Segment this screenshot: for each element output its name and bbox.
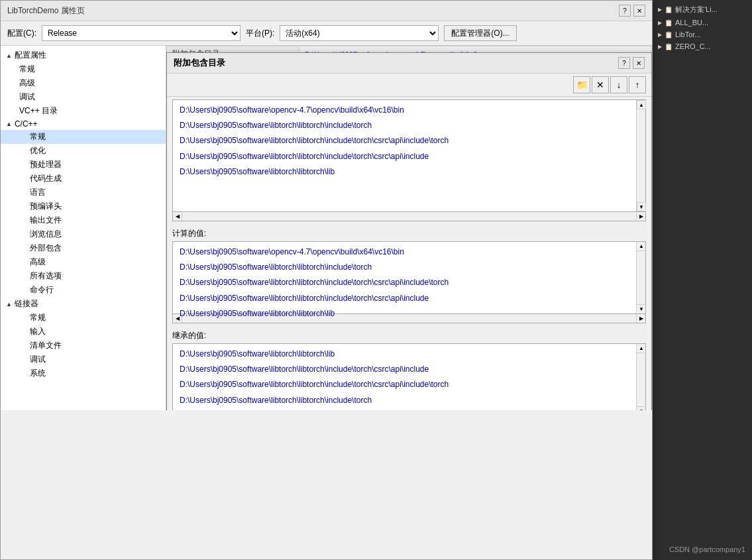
move-down-button[interactable]: ↓ (610, 76, 627, 93)
tree-item[interactable]: 外部包含 (1, 241, 166, 255)
main-path-list-container: D:\Users\bj0905\software\opencv-4.7\open… (172, 99, 646, 212)
side-panel-item[interactable]: ▶📋ZERO_C... (653, 40, 752, 52)
config-manager-button[interactable]: 配置管理器(O)... (444, 25, 516, 41)
main-paths-section: D:\Users\bj0905\software\opencv-4.7\open… (167, 99, 651, 221)
side-panel-item-label: LibTor... (675, 30, 701, 38)
tree-item[interactable]: ▲配置属性 (1, 48, 166, 62)
path-item[interactable]: D:\Users\bj0905\software\libtorch\libtor… (176, 149, 633, 164)
main-window: LibTorchDemo 属性页 ? ✕ 配置(C): Release 平台(P… (0, 0, 653, 560)
tree-item-label: 系统 (30, 368, 46, 379)
tree-item[interactable]: ▲链接器 (1, 297, 166, 311)
computed-path-list: D:\Users\bj0905\software\opencv-4.7\open… (172, 241, 646, 314)
item-icon: 📋 (665, 19, 672, 27)
platform-select[interactable]: 活动(x64) (280, 25, 439, 41)
inherited-label: 继承的值: (167, 326, 651, 343)
tree-item[interactable]: ▲C/C++ (1, 118, 166, 130)
side-panel-item[interactable]: ▶📋解决方案'Li... (653, 3, 752, 17)
path-item[interactable]: D:\Users\bj0905\software\opencv-4.7\open… (176, 103, 633, 118)
hscroll-right-arrow[interactable]: ▶ (636, 212, 645, 221)
tree-item-label: 输出文件 (30, 215, 62, 226)
remove-path-button[interactable]: ✕ (592, 76, 609, 93)
tree-item[interactable]: 所有选项 (1, 269, 166, 283)
config-select[interactable]: Release (42, 25, 241, 41)
computed-label: 计算的值: (167, 224, 651, 241)
tree-item[interactable]: 常规 (1, 311, 166, 325)
tree-item[interactable]: 输入 (1, 325, 166, 339)
tree-item[interactable]: 浏览信息 (1, 227, 166, 241)
tree-item-label: 输入 (30, 326, 46, 337)
dialog-title: 附加包含目录 (174, 57, 225, 69)
tree-item[interactable]: 高级 (1, 255, 166, 269)
expand-icon: ▲ (6, 301, 12, 308)
dialog-overlay: 附加包含目录 ? ✕ 📁 ✕ ↓ ↑ (166, 46, 652, 410)
scroll-down-arrow[interactable]: ▼ (637, 202, 646, 211)
side-panel-item[interactable]: ▶📋LibTor... (653, 28, 752, 40)
tree-item[interactable]: 常规 (1, 62, 166, 76)
computed-path-item: D:\Users\bj0905\software\libtorch\libtor… (176, 291, 633, 306)
tree-item[interactable]: 优化 (1, 144, 166, 158)
tree-item-label: 高级 (30, 256, 46, 268)
expand-icon: ▶ (658, 44, 662, 50)
computed-path-item: D:\Users\bj0905\software\opencv-4.7\open… (176, 245, 633, 260)
tree-item-label: 配置属性 (15, 50, 46, 61)
dialog-help-button[interactable]: ? (618, 57, 630, 69)
side-panel-item[interactable]: ▶📋ALL_BU... (653, 17, 752, 28)
computed-scroll-down[interactable]: ▼ (637, 304, 646, 313)
expand-icon: ▶ (658, 20, 662, 26)
path-item[interactable]: D:\Users\bj0905\software\libtorch\libtor… (176, 118, 633, 133)
tree-item-label: 常规 (30, 312, 46, 323)
watermark: CSDN @partcompany1 (669, 545, 745, 553)
tree-item[interactable]: 语言 (1, 186, 166, 199)
inherited-scrollbar[interactable]: ▲ ▼ (636, 344, 645, 410)
title-bar: LibTorchDemo 属性页 ? ✕ (1, 1, 652, 21)
inherited-path-list: D:\Users\bj0905\software\libtorch\libtor… (172, 343, 646, 410)
tree-item-label: 高级 (19, 78, 35, 89)
path-item[interactable]: D:\Users\bj0905\software\libtorch\libtor… (176, 133, 633, 148)
scroll-up-arrow[interactable]: ▲ (637, 100, 646, 109)
item-icon: 📋 (665, 31, 672, 38)
tree-item-label: 常规 (30, 131, 46, 142)
tree-item[interactable]: 预编译头 (1, 199, 166, 213)
dialog-close-button[interactable]: ✕ (633, 57, 645, 69)
tree-item-label: VC++ 目录 (19, 105, 58, 117)
close-button[interactable]: ✕ (633, 5, 645, 17)
tree-item[interactable]: 系统 (1, 366, 166, 380)
tree-item-label: 预编译头 (30, 201, 62, 212)
path-item[interactable]: D:\Users\bj0905\software\libtorch\libtor… (176, 164, 633, 180)
tree-item-label: 预处理器 (30, 159, 62, 170)
tree-item[interactable]: 调试 (1, 353, 166, 366)
inherited-path-item: D:\Users\bj0905\software\libtorch\libtor… (176, 393, 633, 408)
computed-path-item: D:\Users\bj0905\software\libtorch\libtor… (176, 306, 633, 321)
config-label: 配置(C): (7, 28, 36, 39)
main-hscroll[interactable]: ◀ ▶ (172, 212, 646, 221)
tree-item[interactable]: 常规 (1, 130, 166, 144)
computed-scrollbar[interactable]: ▲ ▼ (636, 242, 645, 313)
tree-item[interactable]: VC++ 目录 (1, 104, 166, 118)
side-panel-item-label: ZERO_C... (675, 42, 711, 50)
tree-panel: ▲配置属性常规高级调试VC++ 目录▲C/C++常规优化预处理器代码生成语言预编… (1, 46, 166, 410)
tree-item-label: 清单文件 (30, 340, 62, 351)
inherited-path-item: D:\Users\bj0905\software\opencv-4.7\open… (176, 408, 633, 410)
tree-item[interactable]: 输出文件 (1, 213, 166, 227)
computed-scroll-up[interactable]: ▲ (637, 242, 646, 251)
hscroll-left-arrow[interactable]: ◀ (173, 212, 182, 221)
right-panel: 附加包含目录D:\Users\bj0905\software\opencv-4.… (166, 46, 652, 410)
dialog-toolbar: 📁 ✕ ↓ ↑ (167, 74, 651, 97)
tree-item-label: 链接器 (15, 298, 38, 309)
tree-item[interactable]: 调试 (1, 90, 166, 104)
tree-item[interactable]: 代码生成 (1, 172, 166, 186)
help-button[interactable]: ? (619, 5, 631, 17)
inherited-scroll-down[interactable]: ▼ (637, 406, 646, 410)
tree-item-label: 代码生成 (30, 173, 62, 184)
tree-item-label: 调试 (30, 354, 46, 365)
tree-item[interactable]: 清单文件 (1, 339, 166, 353)
tree-item[interactable]: 预处理器 (1, 158, 166, 172)
main-scrollbar[interactable]: ▲ ▼ (636, 100, 645, 211)
tree-item[interactable]: 高级 (1, 76, 166, 90)
tree-item-label: 外部包含 (30, 243, 62, 254)
add-path-button[interactable]: 📁 (573, 76, 590, 93)
tree-item[interactable]: 命令行 (1, 283, 166, 297)
inherited-scroll-up[interactable]: ▲ (637, 344, 646, 353)
move-up-button[interactable]: ↑ (629, 76, 646, 93)
side-panel-item-label: ALL_BU... (675, 19, 708, 27)
